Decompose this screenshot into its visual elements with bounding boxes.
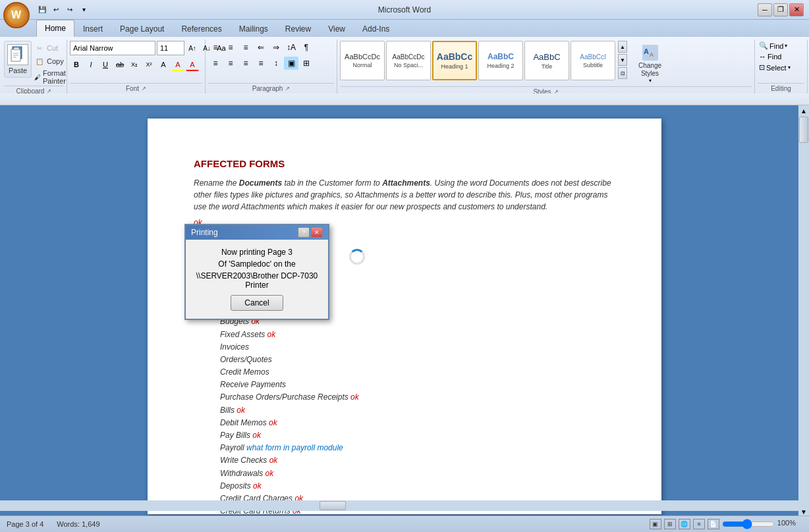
justify-button[interactable]: ≡ <box>254 57 268 70</box>
list-item-write-checks: Write Checks ok <box>220 454 615 467</box>
h-scrollbar-thumb[interactable] <box>320 501 346 510</box>
paragraph-group-content: ≡ ≡ ≡ ⇐ ⇒ ↕A ¶ ≡ ≡ ≡ ≡ ↕ ▣ ⊞ <box>208 40 334 83</box>
line-spacing-button[interactable]: ↕ <box>269 57 283 70</box>
view-web-button[interactable]: 🌐 <box>679 519 690 529</box>
view-draft-button[interactable]: 📄 <box>708 519 719 529</box>
style-no-spacing[interactable]: AaBbCcDc No Spaci... <box>386 41 431 80</box>
horizontal-scrollbar[interactable] <box>0 500 798 511</box>
paste-icon <box>7 44 28 65</box>
main-area: AFFECTED FORMS Rename the Documents tab … <box>0 105 809 527</box>
sort-button[interactable]: ↕A <box>284 41 298 54</box>
styles-scroll-up[interactable]: ▲ <box>618 41 627 53</box>
numbering-button[interactable]: ≡ <box>223 41 238 54</box>
show-marks-button[interactable]: ¶ <box>299 41 314 54</box>
view-outline-button[interactable]: ≡ <box>693 519 705 529</box>
undo-qa-btn[interactable]: ↩ <box>50 3 62 15</box>
tab-view[interactable]: View <box>320 20 354 37</box>
select-button[interactable]: ⊡ Select ▾ <box>758 63 792 72</box>
paragraph-group-label: Paragraph ↗ <box>208 83 334 93</box>
style-heading2[interactable]: AaBbC Heading 2 <box>478 41 523 80</box>
underline-button[interactable]: U <box>99 58 112 71</box>
svg-text:A: A <box>650 51 654 58</box>
italic-button[interactable]: I <box>84 58 98 71</box>
superscript-button[interactable]: X² <box>142 58 155 71</box>
change-styles-button[interactable]: A A Change Styles ▾ <box>628 41 671 86</box>
list-item-payroll: Payroll what form in payroll module <box>220 442 615 454</box>
styles-gallery: AaBbCcDc Normal AaBbCcDc No Spaci... AaB… <box>340 40 752 86</box>
select-arrow: ▾ <box>788 65 791 70</box>
more-qa-btn[interactable]: ▾ <box>78 3 90 15</box>
redo-qa-btn[interactable]: ↪ <box>64 3 76 15</box>
bullets-button[interactable]: ≡ <box>208 41 223 54</box>
clipboard-right: ✂ Cut 📋 Copy 🖌 Format Painter <box>33 41 71 86</box>
save-qa-btn[interactable]: 💾 <box>36 3 48 15</box>
styles-more[interactable]: ⊡ <box>618 67 627 79</box>
shading-button[interactable]: ▣ <box>284 57 298 70</box>
font-size-select[interactable] <box>157 41 184 55</box>
align-right-button[interactable]: ≡ <box>238 57 253 70</box>
list-item-orders: Orders/Quotes <box>220 354 615 366</box>
scrollbar-thumb[interactable] <box>799 117 808 143</box>
dialog-help-button[interactable]: ? <box>298 227 310 238</box>
window-controls: ─ ❐ ✕ <box>758 3 804 16</box>
find-button[interactable]: 🔍 Find ▾ <box>758 41 789 51</box>
view-fullscreen-button[interactable]: ⊞ <box>664 519 676 529</box>
ribbon-content: Paste ✂ Cut 📋 Copy 🖌 Format Painter Clip <box>0 37 809 93</box>
format-painter-label: Format Painter <box>43 69 70 85</box>
multilevel-button[interactable]: ≡ <box>238 41 253 54</box>
border-button[interactable]: ⊞ <box>299 57 314 70</box>
vertical-scrollbar[interactable]: ▲ ▼ <box>798 105 809 527</box>
copy-icon: 📋 <box>34 56 45 66</box>
cut-button[interactable]: ✂ Cut <box>33 42 71 54</box>
view-print-button[interactable]: ▣ <box>650 519 661 529</box>
tab-references[interactable]: References <box>173 20 230 37</box>
list-item-credit-memos: Credit Memos <box>220 366 615 379</box>
subscript-button[interactable]: X₂ <box>128 58 141 71</box>
font-color-button[interactable]: A <box>186 58 199 71</box>
tab-home[interactable]: Home <box>36 20 74 37</box>
minimize-button[interactable]: ─ <box>758 3 772 16</box>
strikethrough-button[interactable]: ab <box>113 58 126 71</box>
zoom-slider[interactable] <box>722 519 775 529</box>
copy-button[interactable]: 📋 Copy <box>33 55 71 67</box>
print-cancel-button[interactable]: Cancel <box>231 295 283 311</box>
styles-scroll: ▲ ▼ ⊡ <box>618 41 627 79</box>
list-item-withdrawals: Withdrawals ok <box>220 467 615 480</box>
change-styles-icon: A A <box>641 43 659 62</box>
tab-review[interactable]: Review <box>277 20 320 37</box>
style-title[interactable]: AaBbC Title <box>524 41 569 80</box>
decrease-indent-button[interactable]: ⇐ <box>254 41 268 54</box>
title-bar: W 💾 ↩ ↪ ▾ Microsoft Word ─ ❐ ✕ <box>0 0 809 20</box>
font-expand-icon[interactable]: ↗ <box>142 86 146 92</box>
close-button[interactable]: ✕ <box>789 3 804 16</box>
copy-label: Copy <box>47 57 64 65</box>
tab-page-layout[interactable]: Page Layout <box>111 20 173 37</box>
list-item-purchase-orders: Purchase Orders/Purchase Receipts ok <box>220 391 615 404</box>
bold-button[interactable]: B <box>70 58 83 71</box>
scrollbar-up-arrow[interactable]: ▲ <box>798 105 809 116</box>
paragraph-expand-icon[interactable]: ↗ <box>285 86 290 92</box>
style-heading1[interactable]: AaBbCc Heading 1 <box>432 41 477 80</box>
dialog-close-button[interactable]: ✕ <box>311 227 323 238</box>
restore-button[interactable]: ❐ <box>773 3 788 16</box>
tab-addins[interactable]: Add-Ins <box>354 20 398 37</box>
align-left-button[interactable]: ≡ <box>208 57 223 70</box>
office-button[interactable]: W <box>3 2 30 28</box>
style-subtitle[interactable]: AaBbCcI Subtitle <box>571 41 615 80</box>
style-normal[interactable]: AaBbCcDc Normal <box>340 41 385 80</box>
paste-button[interactable]: Paste <box>4 41 32 78</box>
svg-text:A: A <box>644 47 649 55</box>
font-family-select[interactable] <box>70 41 155 55</box>
font-grow-button[interactable]: A↑ <box>186 41 199 55</box>
highlight-button[interactable]: A <box>171 58 184 71</box>
format-painter-button[interactable]: 🖌 Format Painter <box>33 68 71 86</box>
tab-insert[interactable]: Insert <box>74 20 111 37</box>
increase-indent-button[interactable]: ⇒ <box>269 41 283 54</box>
tab-mailings[interactable]: Mailings <box>231 20 277 37</box>
styles-scroll-down[interactable]: ▼ <box>618 54 627 66</box>
replace-button[interactable]: ↔ Find <box>758 52 783 61</box>
align-center-button[interactable]: ≡ <box>223 57 238 70</box>
style-heading2-preview: AaBbC <box>488 52 514 61</box>
print-message-3: \\SERVER2003\Brother DCP-7030 Printer <box>192 271 321 290</box>
clear-format-button[interactable]: A <box>157 58 170 71</box>
